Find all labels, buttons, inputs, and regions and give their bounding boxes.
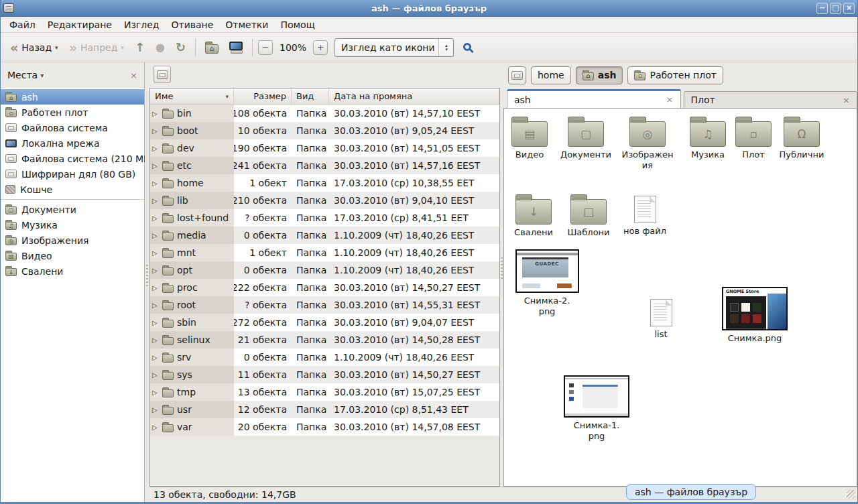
- sidebar-item[interactable]: Документи: [1, 202, 144, 217]
- close-button[interactable]: ×: [843, 3, 855, 14]
- table-row[interactable]: ▷ media 0 обекта Папка 1.10.2009 (чт) 18…: [150, 227, 499, 244]
- table-row[interactable]: ▷ tmp 13 обекта Папка 30.03.2010 (вт) 15…: [150, 383, 499, 401]
- table-row[interactable]: ▷ srv 0 обекта Папка 1.10.2009 (чт) 18,4…: [150, 349, 499, 366]
- file-item[interactable]: ◎ Изображен ия: [619, 115, 676, 171]
- table-row[interactable]: ▷ sbin 272 обекта Папка 30.03.2010 (вт) …: [150, 314, 499, 331]
- expander-icon[interactable]: ▷: [152, 180, 159, 187]
- sidebar-item[interactable]: Файлова система: [1, 120, 144, 135]
- column-header-size[interactable]: Размер: [234, 88, 292, 104]
- sidebar-title[interactable]: Места: [7, 70, 38, 80]
- path-button-home[interactable]: home: [531, 66, 571, 84]
- path-button-root[interactable]: [508, 66, 526, 84]
- expander-icon[interactable]: ▷: [152, 354, 159, 361]
- reload-button[interactable]: ↻: [172, 39, 190, 56]
- table-row[interactable]: ▷ sys 11 обекта Папка 30.03.2010 (вт) 14…: [150, 366, 499, 383]
- forward-button[interactable]: » Напред ▾: [65, 39, 128, 56]
- expander-icon[interactable]: ▷: [152, 319, 159, 326]
- table-row[interactable]: ▷ usr 12 обекта Папка 17.03.2010 (ср) 8,…: [150, 401, 499, 418]
- sidebar-item[interactable]: Файлова система (210 MB): [1, 151, 144, 166]
- menu-item[interactable]: Изглед: [118, 18, 166, 32]
- root-location-button[interactable]: [154, 66, 171, 83]
- expander-icon[interactable]: ▷: [152, 110, 159, 117]
- table-row[interactable]: ▷ mnt 1 обект Папка 1.10.2009 (чт) 18,40…: [150, 244, 499, 261]
- expander-icon[interactable]: ▷: [152, 371, 159, 379]
- expander-icon[interactable]: ▷: [152, 127, 159, 135]
- expander-icon[interactable]: ▷: [152, 232, 159, 239]
- table-row[interactable]: ▷ proc 222 обекта Папка 30.03.2010 (вт) …: [150, 279, 499, 296]
- file-item[interactable]: ▢ Документи: [558, 115, 614, 160]
- zoom-in-button[interactable]: +: [313, 40, 328, 55]
- expander-icon[interactable]: ▷: [152, 197, 159, 204]
- sidebar-item[interactable]: Локална мрежа: [1, 135, 144, 151]
- expander-icon[interactable]: ▷: [152, 145, 159, 152]
- search-button[interactable]: [456, 38, 479, 57]
- tab-plot[interactable]: Плот ×: [684, 91, 858, 108]
- tab-ash[interactable]: ash ×: [507, 89, 681, 108]
- column-header-name[interactable]: Име ▾: [150, 88, 234, 104]
- table-row[interactable]: ▷ root ? обекта Папка 30.03.2010 (вт) 14…: [150, 296, 499, 314]
- chevron-down-icon[interactable]: ▾: [40, 72, 44, 79]
- sidebar-item[interactable]: ash: [1, 89, 144, 105]
- icon-view[interactable]: ▤ Видео ▢ Документ: [503, 108, 857, 487]
- file-item[interactable]: □ Шаблони: [560, 193, 617, 238]
- table-row[interactable]: ▷ boot 10 обекта Папка 30.03.2010 (вт) 9…: [150, 122, 499, 139]
- stop-button[interactable]: ●: [151, 39, 169, 56]
- zoom-out-button[interactable]: −: [258, 40, 273, 55]
- file-item[interactable]: list: [633, 296, 689, 340]
- menu-item[interactable]: Помощ: [274, 18, 320, 32]
- sidebar-item[interactable]: Работен плот: [1, 105, 144, 120]
- expander-icon[interactable]: ▷: [152, 162, 159, 170]
- sidebar-item[interactable]: Шифриран дял (80 GB): [1, 166, 144, 182]
- maximize-button[interactable]: □: [830, 3, 841, 14]
- expander-icon[interactable]: ▷: [152, 302, 159, 309]
- sidebar-item[interactable]: Изображения: [1, 233, 144, 248]
- column-header-date[interactable]: Дата на промяна: [329, 88, 499, 104]
- table-row[interactable]: ▷ lost+found ? обекта Папка 17.03.2010 (…: [150, 209, 499, 227]
- tab-close-icon[interactable]: ×: [843, 95, 850, 105]
- computer-button[interactable]: [225, 38, 247, 57]
- expander-icon[interactable]: ▷: [152, 284, 159, 292]
- table-row[interactable]: ▷ var 20 обекта Папка 30.03.2010 (вт) 14…: [150, 418, 499, 436]
- expander-icon[interactable]: ▷: [152, 424, 159, 431]
- resize-grip[interactable]: [847, 490, 855, 499]
- menu-item[interactable]: Редактиране: [42, 18, 118, 32]
- path-button-ash[interactable]: ash: [576, 66, 623, 84]
- expander-icon[interactable]: ▷: [152, 214, 159, 222]
- view-mode-select[interactable]: Изглед като икони ▴▾: [334, 38, 454, 57]
- file-item[interactable]: нов файл: [617, 193, 673, 237]
- sidebar-item[interactable]: Музика: [1, 217, 144, 233]
- column-header-type[interactable]: Вид: [292, 88, 329, 104]
- minimize-button[interactable]: −: [816, 3, 828, 14]
- expander-icon[interactable]: ▷: [152, 406, 159, 414]
- file-item[interactable]: ↓ Свалени: [505, 193, 562, 238]
- menu-item[interactable]: Файл: [3, 18, 42, 32]
- file-item[interactable]: Снимка-1. png: [562, 375, 631, 442]
- pane-splitter[interactable]: [145, 62, 149, 502]
- menu-item[interactable]: Отметки: [219, 18, 274, 32]
- table-row[interactable]: ▷ dev 190 обекта Папка 30.03.2010 (вт) 1…: [150, 139, 499, 157]
- path-button-desktop[interactable]: Работен плот: [627, 66, 723, 84]
- expander-icon[interactable]: ▷: [152, 389, 159, 396]
- table-row[interactable]: ▷ selinux 21 обекта Папка 30.03.2010 (вт…: [150, 331, 499, 349]
- sidebar-close-icon[interactable]: ×: [130, 70, 137, 80]
- table-row[interactable]: ▷ home 1 обект Папка 17.03.2010 (ср) 10,…: [150, 174, 499, 192]
- home-button[interactable]: [201, 38, 223, 57]
- file-item[interactable]: Ω Публични: [774, 115, 830, 160]
- sidebar-item[interactable]: Свалени: [1, 263, 144, 279]
- table-row[interactable]: ▷ etc 241 обекта Папка 30.03.2010 (вт) 1…: [150, 157, 499, 174]
- file-item[interactable]: ▤ Видео: [503, 115, 558, 160]
- file-item[interactable]: GUADEC Снимка-2. png: [513, 249, 580, 317]
- expander-icon[interactable]: ▷: [152, 249, 159, 257]
- file-item[interactable]: GNOME Store Снимка.png: [720, 287, 790, 344]
- tab-close-icon[interactable]: ×: [666, 94, 674, 105]
- expander-icon[interactable]: ▷: [152, 336, 159, 344]
- table-row[interactable]: ▷ opt 0 обекта Папка 1.10.2009 (чт) 18,4…: [150, 261, 499, 279]
- table-row[interactable]: ▷ bin 108 обекта Папка 30.03.2010 (вт) 1…: [150, 105, 499, 122]
- sidebar-item[interactable]: Кошче: [1, 182, 144, 197]
- sidebar-item[interactable]: Видео: [1, 248, 144, 263]
- back-button[interactable]: « Назад ▾: [6, 39, 62, 56]
- table-row[interactable]: ▷ lib 210 обекта Папка 30.03.2010 (вт) 9…: [150, 192, 499, 209]
- menu-item[interactable]: Отиване: [165, 18, 219, 32]
- expander-icon[interactable]: ▷: [152, 267, 159, 274]
- up-button[interactable]: ↑: [131, 39, 149, 56]
